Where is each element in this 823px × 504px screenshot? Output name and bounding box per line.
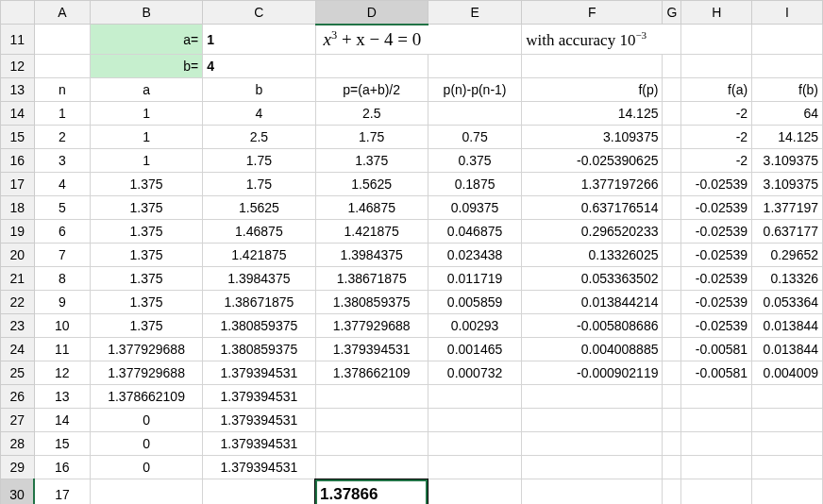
row-header[interactable]: 26 (1, 385, 35, 409)
cell[interactable] (315, 55, 428, 78)
cell[interactable]: 0.1875 (428, 173, 521, 196)
hdr-a[interactable]: a (90, 78, 202, 102)
cell[interactable] (522, 456, 663, 479)
cell[interactable]: 2.5 (315, 102, 428, 126)
cell[interactable] (663, 55, 681, 78)
cell[interactable] (663, 456, 681, 479)
cell[interactable]: 1.375 (90, 314, 202, 338)
cell[interactable]: 14.125 (522, 102, 663, 126)
cell[interactable] (34, 55, 90, 78)
cell[interactable] (752, 409, 823, 432)
cell[interactable]: 1.377197 (752, 196, 823, 220)
row-header[interactable]: 11 (1, 25, 35, 55)
cell[interactable]: 8 (34, 267, 90, 291)
cell[interactable]: 4 (203, 102, 315, 126)
cell[interactable]: 15 (34, 432, 90, 456)
cell[interactable]: 14 (34, 409, 90, 432)
cell[interactable]: 1.379394531 (203, 432, 315, 456)
cell[interactable]: 1.5625 (203, 196, 315, 220)
cell[interactable]: 6 (34, 220, 90, 244)
row-header[interactable]: 15 (1, 126, 35, 149)
cell[interactable] (428, 456, 521, 479)
cell[interactable] (203, 479, 315, 505)
cell[interactable]: 64 (752, 102, 823, 126)
cell[interactable]: 0.13326 (752, 267, 823, 291)
cell[interactable] (522, 385, 663, 409)
cell[interactable]: 0.75 (428, 126, 521, 149)
row-header[interactable]: 19 (1, 220, 35, 244)
cell[interactable]: 0.375 (428, 149, 521, 173)
cell[interactable]: 1.379394531 (203, 409, 315, 432)
cell[interactable]: 0.00293 (428, 314, 521, 338)
cell[interactable]: 1.38671875 (315, 267, 428, 291)
cell[interactable] (428, 102, 521, 126)
row-header[interactable]: 16 (1, 149, 35, 173)
cell[interactable]: 1.5625 (315, 173, 428, 196)
cell[interactable]: 0.09375 (428, 196, 521, 220)
cell[interactable] (428, 385, 521, 409)
cell[interactable]: 1.377929688 (90, 361, 202, 385)
cell[interactable] (663, 385, 681, 409)
cell[interactable]: 1.3984375 (203, 267, 315, 291)
row-header[interactable]: 23 (1, 314, 35, 338)
cell[interactable] (681, 25, 752, 55)
cell[interactable]: 0.013844214 (522, 291, 663, 314)
cell[interactable]: 0.13326025 (522, 244, 663, 267)
cell[interactable]: -0.02539 (681, 291, 752, 314)
row-header[interactable]: 14 (1, 102, 35, 126)
cell[interactable]: -0.025390625 (522, 149, 663, 173)
cell[interactable] (663, 196, 681, 220)
cell[interactable]: 12 (34, 361, 90, 385)
cell[interactable]: 2.5 (203, 126, 315, 149)
cell[interactable]: 0.004009 (752, 361, 823, 385)
col-header-A[interactable]: A (34, 1, 90, 25)
cell[interactable]: 1.375 (90, 173, 202, 196)
cell[interactable]: -2 (681, 149, 752, 173)
cell[interactable] (663, 409, 681, 432)
row-header[interactable]: 30 (1, 479, 35, 505)
result-cell[interactable]: 1.37866 (315, 479, 428, 505)
row-header[interactable]: 25 (1, 361, 35, 385)
cell[interactable] (752, 432, 823, 456)
cell[interactable]: 1.378662109 (315, 361, 428, 385)
cell[interactable] (663, 220, 681, 244)
cell[interactable] (663, 314, 681, 338)
cell[interactable] (315, 432, 428, 456)
cell[interactable] (681, 409, 752, 432)
cell[interactable]: 0.637176514 (522, 196, 663, 220)
cell[interactable]: 1.46875 (203, 220, 315, 244)
cell[interactable] (663, 338, 681, 361)
cell[interactable]: 1.38671875 (203, 291, 315, 314)
hdr-fp[interactable]: f(p) (522, 78, 663, 102)
cell[interactable] (681, 432, 752, 456)
cell[interactable]: 3.109375 (522, 126, 663, 149)
row-header[interactable]: 24 (1, 338, 35, 361)
cell[interactable] (90, 479, 202, 505)
cell[interactable]: 1 (34, 102, 90, 126)
cell[interactable] (522, 479, 663, 505)
cell[interactable]: 0.637177 (752, 220, 823, 244)
cell[interactable]: -0.000902119 (522, 361, 663, 385)
hdr-p[interactable]: p=(a+b)/2 (315, 78, 428, 102)
cell[interactable] (681, 456, 752, 479)
cell[interactable] (522, 55, 663, 78)
cell[interactable]: 0.001465 (428, 338, 521, 361)
cell[interactable]: 1.377197266 (522, 173, 663, 196)
cell[interactable] (522, 432, 663, 456)
cell[interactable]: 7 (34, 244, 90, 267)
row-header[interactable]: 20 (1, 244, 35, 267)
cell[interactable] (752, 385, 823, 409)
cell[interactable]: 3.109375 (752, 149, 823, 173)
cell[interactable]: 1 (90, 126, 202, 149)
cell[interactable]: 1.379394531 (203, 385, 315, 409)
cell[interactable] (663, 244, 681, 267)
cell[interactable]: 0.296520233 (522, 220, 663, 244)
cell[interactable] (663, 291, 681, 314)
cell[interactable]: 0.013844 (752, 338, 823, 361)
cell[interactable]: 0.011719 (428, 267, 521, 291)
hdr-fa[interactable]: f(a) (681, 78, 752, 102)
cell[interactable]: 1.379394531 (315, 338, 428, 361)
cell-a-label[interactable]: a= (90, 25, 202, 55)
cell[interactable]: 1.375 (315, 149, 428, 173)
cell[interactable] (522, 409, 663, 432)
